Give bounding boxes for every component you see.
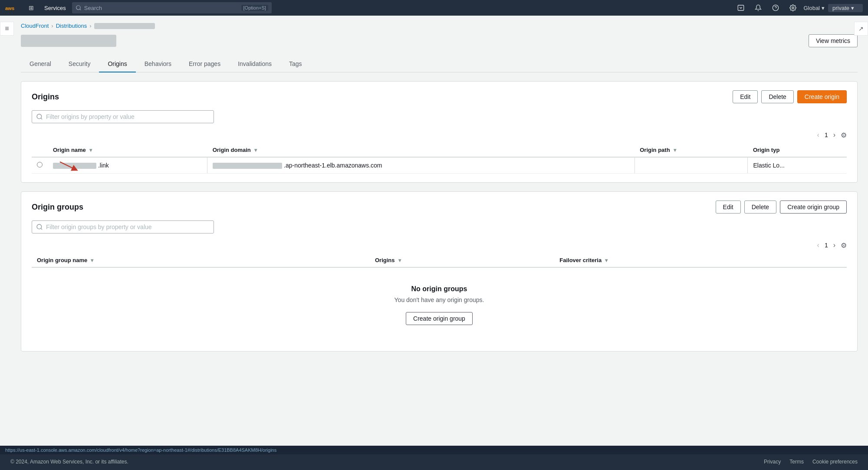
origins-row-name: .link [48,157,204,174]
origin-domain-placeholder [213,163,282,169]
account-label: private [832,5,849,11]
origins-th-path: Origin path ▾ [635,143,744,157]
origin-groups-failover-sort-icon[interactable]: ▾ [605,257,608,263]
origin-groups-origins-sort-icon[interactable]: ▾ [398,257,401,263]
breadcrumb-current [94,23,155,29]
tab-origins[interactable]: Origins [99,56,135,72]
bell-icon-btn[interactable] [751,1,765,15]
account-selector[interactable]: private ▾ [828,4,863,12]
create-origin-button[interactable]: Create origin [797,90,847,103]
origins-table-settings-btn[interactable]: ⚙ [841,131,847,139]
origins-section-header: Origins Edit Delete Create origin [32,90,847,103]
origins-row-divider2 [631,157,635,174]
create-origin-group-header-button[interactable]: Create origin group [780,200,847,214]
footer-links: Privacy Terms Cookie preferences [764,459,858,465]
search-bar: [Option+S] [72,2,272,13]
footer: © 2024, Amazon Web Services, Inc. or its… [0,454,868,470]
account-chevron: ▾ [851,5,854,11]
help-icon [772,4,779,11]
origins-delete-button[interactable]: Delete [761,90,793,103]
origins-section: Origins Edit Delete Create origin ‹ 1 › … [21,81,858,183]
terminal-icon-btn[interactable] [734,1,748,15]
services-label: Services [44,5,66,11]
origin-name-placeholder [53,163,96,169]
settings-icon-btn[interactable] [786,1,800,15]
tab-general[interactable]: General [21,56,60,72]
region-label: Global [803,5,820,11]
origin-groups-filter-input[interactable] [32,220,214,233]
origins-path-sort-icon[interactable]: ▾ [674,147,676,153]
origins-name-sort-icon[interactable]: ▾ [89,147,92,153]
origin-groups-next-page-btn[interactable]: › [832,240,837,250]
origin-groups-th-failover: Failover criteria ▾ [554,253,847,267]
breadcrumb-cloudfront[interactable]: CloudFront [21,23,49,29]
origins-actions: Edit Delete Create origin [733,90,847,103]
tab-security[interactable]: Security [60,56,99,72]
origins-row-path [635,157,744,174]
origins-prev-page-btn[interactable]: ‹ [815,130,821,140]
help-icon-btn[interactable] [769,1,783,15]
tab-tags[interactable]: Tags [280,56,311,72]
main-content: CloudFront › Distributions › View metric… [0,16,868,470]
region-chevron: ▾ [822,5,825,11]
svg-text:aws: aws [5,6,14,11]
origins-row-type: Elastic Lo... [748,157,847,174]
origin-groups-th-name: Origin group name ▾ [32,253,366,267]
svg-point-1 [76,6,80,10]
page-title [21,35,116,47]
view-metrics-button[interactable]: View metrics [809,34,858,47]
bell-icon [755,4,762,11]
tab-behaviors[interactable]: Behaviors [136,56,180,72]
breadcrumb-distributions[interactable]: Distributions [56,23,87,29]
origins-filter-input[interactable] [32,110,214,123]
origin-groups-section: Origin groups Edit Delete Create origin … [21,191,858,352]
top-navigation: aws ⊞ Services [Option+S] [0,0,868,16]
origins-table-wrap: Origin name ▾ Origin domain ▾ [32,143,847,174]
create-origin-group-empty-button[interactable]: Create origin group [406,312,473,325]
services-nav[interactable]: Services [42,5,69,11]
region-selector[interactable]: Global ▾ [803,5,825,11]
tab-error-pages[interactable]: Error pages [180,56,229,72]
breadcrumb-sep-1: › [51,23,53,29]
origins-domain-sort-icon[interactable]: ▾ [254,147,257,153]
origins-filter-search-icon [36,113,43,120]
footer-cookie-link[interactable]: Cookie preferences [812,459,858,465]
origin-groups-prev-page-btn[interactable]: ‹ [815,240,821,250]
sidebar-toggle-btn[interactable]: ≡ [0,22,14,36]
origin-groups-name-sort-icon[interactable]: ▾ [91,257,93,263]
tab-invalidations[interactable]: Invalidations [229,56,280,72]
terminal-icon [737,4,744,11]
origin-groups-edit-button[interactable]: Edit [716,200,741,214]
origins-section-title: Origins [32,92,59,102]
origin-groups-th-origins: Origins ▾ [370,253,551,267]
table-row: .link .ap-northeast-1.elb.amazonaws.com … [32,157,847,174]
svg-point-7 [37,224,42,229]
origins-row-name-suffix: .link [98,162,109,169]
aws-logo[interactable]: aws [5,3,19,12]
origins-edit-button[interactable]: Edit [733,90,758,103]
footer-terms-link[interactable]: Terms [789,459,804,465]
origins-th-name: Origin name ▾ [48,143,204,157]
origins-table: Origin name ▾ Origin domain ▾ [32,143,847,174]
footer-privacy-link[interactable]: Privacy [764,459,781,465]
footer-copyright: © 2024, Amazon Web Services, Inc. or its… [10,459,128,465]
origin-groups-table-settings-btn[interactable]: ⚙ [841,241,847,250]
origins-pagination: ‹ 1 › ⚙ [32,130,847,140]
breadcrumb: CloudFront › Distributions › [21,23,858,29]
grid-icon[interactable]: ⊞ [24,1,38,15]
search-shortcut: [Option+S] [241,5,268,11]
origins-page-number: 1 [825,131,828,138]
origins-th-divider2 [631,143,635,157]
origins-row-divider3 [744,157,748,174]
origin-groups-th-divider1 [366,253,370,267]
origin-groups-section-header: Origin groups Edit Delete Create origin … [32,200,847,214]
page-header: View metrics [21,34,858,47]
svg-rect-2 [738,5,744,10]
origins-row-radio[interactable] [37,162,43,168]
expand-icon-btn[interactable]: ↗ [854,22,868,36]
origin-groups-delete-button[interactable]: Delete [744,200,776,214]
origins-th-divider3 [744,143,748,157]
search-input[interactable] [84,5,239,11]
origin-groups-filter-search-icon [36,223,43,230]
origins-next-page-btn[interactable]: › [832,130,837,140]
